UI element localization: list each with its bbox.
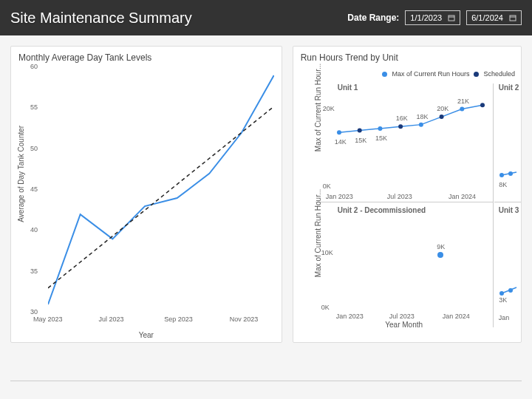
page-title: Site Maintenance Summary xyxy=(10,10,192,27)
panel-a-ytick: 60 xyxy=(30,63,38,70)
svg-point-11 xyxy=(460,107,464,112)
mini-unit1: Unit 1 Max of Current Run Hour... 14K15K… xyxy=(316,83,494,202)
mini-unit1-datalabel: 21K xyxy=(457,98,469,105)
svg-point-8 xyxy=(398,124,403,129)
mini-unit2-xtick: Jan 2024 xyxy=(443,313,470,320)
mini-right-top-label: 8K xyxy=(499,181,507,188)
panel-a-ylabel: Average of Day Tank Counter xyxy=(17,126,25,222)
panel-day-tank-title: Monthly Average Day Tank Levels xyxy=(11,47,282,69)
legend-scheduled-label: Scheduled xyxy=(483,70,515,78)
svg-rect-2 xyxy=(510,16,516,21)
mini-unit2: Unit 2 - Decommissioned Max of Current R… xyxy=(316,202,494,327)
panel-a-xtick: May 2023 xyxy=(33,316,63,323)
panel-a-ytick: 40 xyxy=(30,226,38,233)
mini-unit2-ylabel: Max of Current Run Hour... xyxy=(314,189,322,278)
mini-unit-right-bot-title: Unit 3 xyxy=(499,206,519,214)
date-range-group: Date Range: 1/1/2023 6/1/2024 xyxy=(347,10,522,25)
mini-unit-right-bot: Unit 3 3K Jan xyxy=(494,202,522,327)
mini-right-bot-label: 3K xyxy=(499,296,507,304)
svg-point-10 xyxy=(439,115,443,119)
mini-unit-right-top: Unit 2 8K xyxy=(494,83,522,202)
mini-unit1-title: Unit 1 xyxy=(338,83,358,92)
mini-unit2-xlabel: Year Month xyxy=(385,321,423,329)
svg-point-5 xyxy=(337,130,341,134)
panel-a-ytick: 30 xyxy=(30,308,38,316)
mini-unit1-datalabel: 14K xyxy=(335,138,347,146)
svg-line-19 xyxy=(502,287,516,293)
mini-unit1-ylabel: Max of Current Run Hour... xyxy=(314,64,322,152)
svg-point-16 xyxy=(437,252,443,258)
svg-line-4 xyxy=(48,106,274,288)
svg-point-7 xyxy=(378,126,382,131)
date-end-picker[interactable]: 6/1/2024 xyxy=(466,10,522,25)
mini-unit2-point-label: 9K xyxy=(437,243,445,250)
mini-unit1-ytick: 0K xyxy=(323,183,331,190)
panel-a-ytick: 55 xyxy=(30,103,38,111)
mini-unit2-svg xyxy=(333,216,488,310)
mini-unit1-datalabel: 15K xyxy=(355,137,366,144)
mini-unit1-xtick: Jan 2023 xyxy=(326,193,353,200)
mini-right-bot-xtick: Jan xyxy=(499,314,510,321)
mini-unit2-xtick: Jan 2023 xyxy=(336,313,364,320)
panel-run-hours-title: Run Hours Trend by Unit xyxy=(293,47,521,69)
mini-unit1-xtick: Jul 2023 xyxy=(387,193,412,200)
panel-a-svg xyxy=(48,67,274,313)
panel-day-tank: Monthly Average Day Tank Levels Average … xyxy=(10,46,282,343)
panel-a-ytick: 50 xyxy=(30,145,38,152)
mini-unit1-datalabel: 16K xyxy=(396,115,408,122)
footer-divider xyxy=(10,381,522,381)
panel-a-xtick: Nov 2023 xyxy=(230,316,259,323)
date-range-label: Date Range: xyxy=(347,13,399,23)
calendar-icon xyxy=(509,14,516,21)
date-start-value: 1/1/2023 xyxy=(410,13,442,22)
mini-unit2-ytick: 0K xyxy=(321,304,330,311)
svg-point-6 xyxy=(357,129,361,133)
panel-a-ytick: 45 xyxy=(30,185,38,193)
panel-a-plot: 30354045505560May 2023Jul 2023Sep 2023No… xyxy=(48,67,274,313)
date-start-picker[interactable]: 1/1/2023 xyxy=(405,10,460,25)
panels-row: Monthly Average Day Tank Levels Average … xyxy=(0,35,532,353)
panel-a-xlabel: Year xyxy=(139,331,154,339)
panel-b-legend: Max of Current Run Hours Scheduled xyxy=(293,69,521,78)
header-bar: Site Maintenance Summary Date Range: 1/1… xyxy=(0,0,532,35)
mini-right-top-svg xyxy=(494,94,522,194)
panel-a-xtick: Jul 2023 xyxy=(99,316,124,323)
calendar-icon xyxy=(448,14,455,21)
mini-unit1-xtick: Jan 2024 xyxy=(449,193,476,200)
mini-unit1-svg xyxy=(333,94,488,194)
legend-dot-current xyxy=(382,72,387,77)
date-end-value: 6/1/2024 xyxy=(471,13,503,22)
mini-unit1-ytick: 20K xyxy=(323,105,335,112)
legend-dot-scheduled xyxy=(474,72,479,77)
svg-rect-0 xyxy=(449,16,454,21)
mini-unit1-datalabel: 20K xyxy=(437,105,449,112)
mini-unit2-title: Unit 2 - Decommissioned xyxy=(338,206,426,214)
panel-a-xtick: Sep 2023 xyxy=(164,316,193,323)
mini-unit2-xtick: Jul 2023 xyxy=(389,313,415,320)
svg-point-9 xyxy=(419,123,423,127)
mini-unit-right-top-title: Unit 2 xyxy=(499,83,519,92)
panel-a-ytick: 35 xyxy=(30,267,38,275)
svg-point-12 xyxy=(480,103,485,107)
panel-run-hours: Run Hours Trend by Unit Max of Current R… xyxy=(293,46,522,343)
legend-current-label: Max of Current Run Hours xyxy=(392,70,469,78)
mini-unit1-datalabel: 18K xyxy=(416,113,428,120)
mini-unit1-datalabel: 15K xyxy=(375,134,387,142)
mini-unit2-ytick: 10K xyxy=(321,249,333,256)
